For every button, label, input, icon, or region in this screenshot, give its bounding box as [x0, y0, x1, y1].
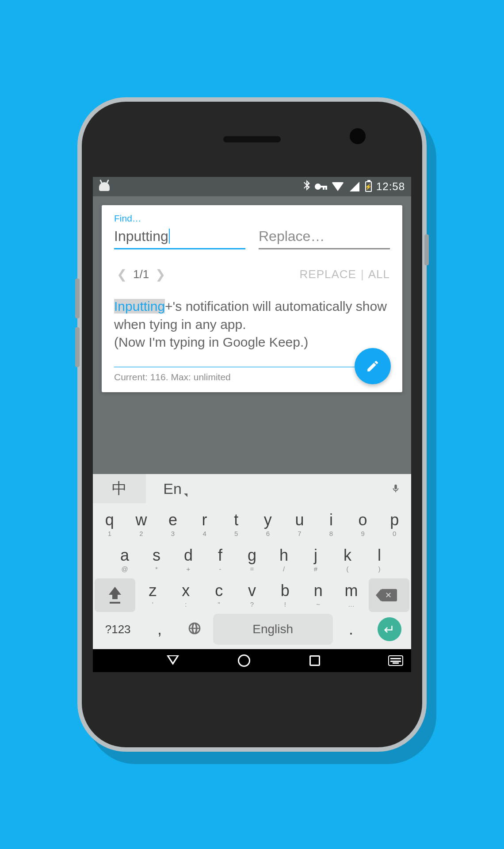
replace-button[interactable]: REPLACE: [300, 268, 356, 281]
key-a[interactable]: a@: [110, 543, 140, 577]
key-y[interactable]: y6: [253, 508, 283, 541]
editor-underline: [114, 367, 390, 367]
side-button: [75, 327, 80, 367]
bluetooth-icon: [303, 180, 310, 193]
back-button[interactable]: [168, 655, 178, 666]
find-replace-card: Find… Inputting Replace… ❮ 1/1 ❯ REPLACE…: [102, 205, 402, 392]
key-s[interactable]: s*: [141, 543, 172, 577]
editor-text[interactable]: Inputting+'s notification will automatic…: [114, 298, 390, 352]
key-t[interactable]: t5: [221, 508, 251, 541]
key-n[interactable]: n~: [302, 578, 334, 612]
key-k[interactable]: k(: [332, 543, 363, 577]
phone-frame: ⚡ 12:58 Find… Inputting Replace… ❮ 1/1: [77, 97, 427, 752]
key-g[interactable]: g=: [237, 543, 267, 577]
key-r[interactable]: r4: [190, 508, 220, 541]
key-q[interactable]: q1: [95, 508, 125, 541]
key-e[interactable]: e3: [158, 508, 188, 541]
language-switch-key[interactable]: [178, 614, 211, 645]
dropdown-indicator-icon: [184, 493, 187, 497]
home-button[interactable]: [238, 654, 250, 667]
key-f[interactable]: f-: [205, 543, 235, 577]
key-l[interactable]: l): [364, 543, 394, 577]
find-label: Find…: [114, 213, 390, 224]
system-nav-bar: [93, 649, 411, 672]
phone-speaker: [223, 136, 281, 142]
divider: |: [356, 268, 368, 281]
key-z[interactable]: z': [137, 578, 168, 612]
hide-keyboard-button[interactable]: [388, 655, 403, 666]
soft-keyboard: 中 En q1w2e3r4t5y6u7i8o9p0 a@s*d+f-g=h/j#…: [93, 474, 411, 649]
shift-key[interactable]: [95, 578, 135, 612]
recent-apps-button[interactable]: [309, 655, 320, 666]
find-input[interactable]: Inputting: [114, 226, 245, 249]
pencil-icon: [366, 359, 380, 373]
backspace-key[interactable]: [369, 578, 409, 612]
key-b[interactable]: b!: [269, 578, 301, 612]
enter-key[interactable]: ↵: [370, 614, 409, 645]
space-key[interactable]: English: [213, 614, 333, 645]
key-j[interactable]: j#: [301, 543, 331, 577]
key-w[interactable]: w2: [126, 508, 157, 541]
backspace-icon: [381, 589, 397, 601]
key-i[interactable]: i8: [316, 508, 346, 541]
next-match-button[interactable]: ❯: [153, 267, 168, 282]
side-button: [424, 234, 429, 265]
replace-input[interactable]: Replace…: [259, 226, 390, 249]
key-d[interactable]: d+: [173, 543, 203, 577]
key-o[interactable]: o9: [348, 508, 378, 541]
android-icon: [99, 182, 110, 191]
highlighted-match: Inputting: [114, 299, 165, 314]
key-h[interactable]: h/: [269, 543, 299, 577]
globe-icon: [187, 621, 202, 638]
find-input-value: Inputting: [114, 228, 168, 244]
phone-camera: [350, 128, 366, 144]
wifi-icon: [332, 182, 344, 191]
key-m[interactable]: m…: [336, 578, 367, 612]
voice-input-button[interactable]: [380, 474, 411, 503]
edit-fab[interactable]: [355, 348, 391, 384]
replace-placeholder: Replace…: [259, 228, 325, 244]
text-cursor: [169, 229, 170, 244]
keyboard-lang-en[interactable]: En: [146, 474, 199, 503]
match-counter: 1/1: [130, 268, 153, 281]
battery-icon: ⚡: [365, 181, 372, 192]
body-text-line2: (Now I'm typing in Google Keep.): [114, 335, 308, 349]
key-u[interactable]: u7: [285, 508, 315, 541]
status-bar: ⚡ 12:58: [93, 177, 411, 196]
key-p[interactable]: p0: [379, 508, 409, 541]
signal-icon: [350, 182, 359, 191]
key-c[interactable]: c": [203, 578, 235, 612]
key-v[interactable]: v?: [237, 578, 268, 612]
prev-match-button[interactable]: ❮: [114, 267, 130, 282]
side-button: [75, 279, 80, 318]
replace-all-button[interactable]: ALL: [368, 268, 390, 281]
screen: ⚡ 12:58 Find… Inputting Replace… ❮ 1/1: [93, 177, 411, 672]
keyboard-lang-cn[interactable]: 中: [93, 474, 146, 503]
enter-icon: ↵: [384, 622, 395, 637]
vpn-key-icon: [315, 184, 327, 190]
symbols-key[interactable]: ?123: [95, 614, 141, 645]
period-key[interactable]: .: [335, 614, 368, 645]
char-count-status: Current: 116. Max: unlimited: [114, 372, 390, 382]
comma-key[interactable]: ,: [143, 614, 176, 645]
shift-icon: [109, 587, 121, 595]
key-x[interactable]: x:: [170, 578, 202, 612]
clock-text: 12:58: [376, 180, 405, 193]
